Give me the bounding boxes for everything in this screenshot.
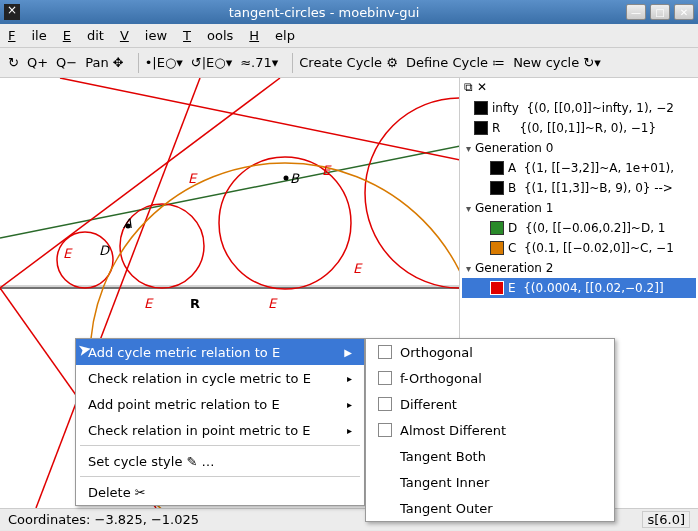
tree-gen1[interactable]: Generation 1 <box>462 198 696 218</box>
tree-node-D[interactable]: D {(0, [[−0.06,0.2]]~D, 1 <box>462 218 696 238</box>
tool-rot[interactable]: ↺|E○▾ <box>191 55 232 70</box>
tool-approx[interactable]: ≈.71▾ <box>240 55 278 70</box>
checkbox-icon <box>378 345 392 359</box>
menu-separator <box>80 445 360 446</box>
checkbox-icon <box>378 397 392 411</box>
ctx-add-point-relation[interactable]: Add point metric relation to E▸ <box>76 391 364 417</box>
tree-node-infty[interactable]: infty {(0, [[0,0]]~infty, 1), −2 <box>462 98 696 118</box>
tree-node-C[interactable]: C {(0.1, [[−0.02,0]]~C, −1 <box>462 238 696 258</box>
svg-point-22 <box>126 224 131 229</box>
sub-tangent-both[interactable]: Tangent Both <box>366 443 614 469</box>
ctx-check-cycle-relation[interactable]: Check relation in cycle metric to E▸ <box>76 365 364 391</box>
close-panel-icon[interactable]: ✕ <box>477 80 487 94</box>
svg-point-10 <box>365 98 460 288</box>
tool-coord[interactable]: •|E○▾ <box>145 55 183 70</box>
status-extra: s[6.0] <box>642 511 690 528</box>
ctx-set-cycle-style[interactable]: Set cycle style ✎ … <box>76 448 364 474</box>
status-coordinates: Coordinates: −3.825, −1.025 <box>8 512 199 527</box>
side-panel-toolbar: ⧉ ✕ <box>460 78 698 96</box>
svg-point-8 <box>120 204 204 288</box>
dock-icon[interactable]: ⧉ <box>464 80 473 94</box>
menu-edit[interactable]: Edit <box>63 28 104 43</box>
tool-refresh[interactable]: ↻ <box>8 55 19 70</box>
tree-gen2[interactable]: Generation 2 <box>462 258 696 278</box>
svg-text:R: R <box>190 296 200 311</box>
chevron-right-icon: ▸ <box>347 373 352 384</box>
context-submenu: Orthogonal f-Orthogonal Different Almost… <box>365 338 615 522</box>
svg-text:B: B <box>290 171 300 186</box>
separator <box>138 53 139 73</box>
new-cycle-button[interactable]: New cycle ↻▾ <box>513 55 601 70</box>
tool-zoom-out[interactable]: Q− <box>56 55 77 70</box>
svg-line-2 <box>0 146 460 238</box>
menu-view[interactable]: View <box>120 28 167 43</box>
svg-text:E: E <box>144 296 154 311</box>
svg-point-23 <box>284 176 289 181</box>
sub-almost-different[interactable]: Almost Different <box>366 417 614 443</box>
sub-different[interactable]: Different <box>366 391 614 417</box>
chevron-right-icon: ▶ <box>344 347 352 358</box>
svg-text:E: E <box>268 296 278 311</box>
window-title: tangent-circles - moebinv-gui <box>26 5 622 20</box>
tree-node-B[interactable]: B {(1, [[1,3]]~B, 9), 0} --> <box>462 178 696 198</box>
cycle-tree[interactable]: infty {(0, [[0,0]]~infty, 1), −2 R {(0, … <box>460 96 698 300</box>
chevron-right-icon: ▸ <box>347 399 352 410</box>
separator <box>292 53 293 73</box>
svg-text:E: E <box>63 246 73 261</box>
menu-help[interactable]: Help <box>249 28 295 43</box>
menu-file[interactable]: File <box>8 28 47 43</box>
tree-gen0[interactable]: Generation 0 <box>462 138 696 158</box>
sub-orthogonal[interactable]: Orthogonal <box>366 339 614 365</box>
ctx-add-cycle-relation[interactable]: Add cycle metric relation to E▶ <box>76 339 364 365</box>
sub-tangent-inner[interactable]: Tangent Inner <box>366 469 614 495</box>
ctx-check-point-relation[interactable]: Check relation in point metric to E▸ <box>76 417 364 443</box>
chevron-right-icon: ▸ <box>347 425 352 436</box>
tool-zoom-in[interactable]: Q+ <box>27 55 48 70</box>
svg-text:A: A <box>123 216 132 231</box>
menubar: File Edit View Tools Help <box>0 24 698 48</box>
tree-node-E[interactable]: E {(0.0004, [[0.02,−0.2]] <box>462 278 696 298</box>
tree-node-A[interactable]: A {(1, [[−3,2]]~A, 1e+01), <box>462 158 696 178</box>
sub-f-orthogonal[interactable]: f-Orthogonal <box>366 365 614 391</box>
toolbar: ↻ Q+ Q− Pan ✥ •|E○▾ ↺|E○▾ ≈.71▾ Create C… <box>0 48 698 78</box>
checkbox-icon <box>378 423 392 437</box>
checkbox-icon <box>378 371 392 385</box>
ctx-delete[interactable]: Delete ✂ <box>76 479 364 505</box>
close-button[interactable]: ✕ <box>674 4 694 20</box>
svg-line-4 <box>0 78 280 288</box>
sub-tangent-outer[interactable]: Tangent Outer <box>366 495 614 521</box>
define-cycle-button[interactable]: Define Cycle ≔ <box>406 55 505 70</box>
minimize-button[interactable]: — <box>626 4 646 20</box>
titlebar: tangent-circles - moebinv-gui — □ ✕ <box>0 0 698 24</box>
svg-text:E: E <box>353 261 363 276</box>
context-menu: Add cycle metric relation to E▶ Check re… <box>75 338 365 506</box>
tool-pan[interactable]: Pan ✥ <box>85 55 124 70</box>
tree-node-R[interactable]: R {(0, [[0,1]]~R, 0), −1} <box>462 118 696 138</box>
maximize-button[interactable]: □ <box>650 4 670 20</box>
app-icon <box>4 4 20 20</box>
menu-tools[interactable]: Tools <box>183 28 233 43</box>
create-cycle-button[interactable]: Create Cycle ⚙ <box>299 55 398 70</box>
menu-separator <box>80 476 360 477</box>
